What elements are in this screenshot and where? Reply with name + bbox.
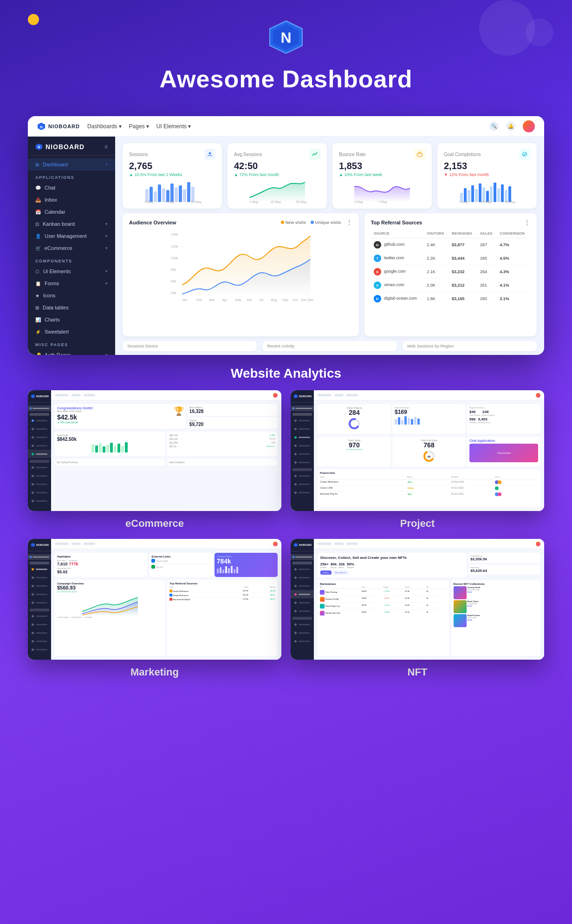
digitalocean-icon: D: [374, 295, 381, 302]
sidebar-item-chat[interactable]: 💬 Chat: [28, 182, 115, 194]
ui-elements-chevron: ▾: [105, 269, 108, 274]
col-revenues: REVENUES: [449, 229, 477, 238]
sidebar-item-datatables[interactable]: ⊞ Data tables: [28, 301, 115, 314]
ecommerce-mini-logo: NIOBOARD: [28, 390, 51, 403]
preview-label-nft: NFT: [408, 666, 428, 678]
mkt-campaign-val: $560.93: [57, 585, 163, 590]
search-icon[interactable]: 🔍: [489, 122, 499, 131]
sidebar-item-forms[interactable]: 📋 Forms ▾: [28, 277, 115, 289]
svg-rect-10: [154, 191, 157, 202]
referral-menu[interactable]: ⋮: [524, 219, 530, 226]
svg-text:65: 65: [428, 455, 431, 458]
svg-text:30 May: 30 May: [505, 200, 515, 204]
deco-circle-small: [526, 19, 553, 46]
main-dashboard-preview: N NIOBOARD Dashboards ▾ Pages ▾ UI Eleme…: [28, 116, 544, 355]
svg-rect-41: [501, 184, 504, 202]
svg-text:Jun: Jun: [247, 298, 252, 301]
table-row: G google.com 2.1K $3,232 264 4.3%: [371, 265, 530, 279]
svg-rect-39: [494, 183, 496, 202]
svg-point-29: [523, 152, 527, 157]
sidebar-item-auth[interactable]: 🔑 Auth Pages ▾: [28, 349, 115, 355]
svg-text:Oct: Oct: [292, 298, 298, 301]
sidebar-item-icons[interactable]: ★ Icons: [28, 289, 115, 301]
nav-pages[interactable]: Pages ▾: [129, 123, 149, 130]
svg-rect-89: [411, 419, 413, 425]
svg-rect-16: [179, 185, 182, 202]
notification-icon[interactable]: 🔔: [506, 122, 515, 131]
nft-revenue-val: $2,526.56: [470, 557, 539, 561]
sidebar-item-user-management[interactable]: 👤 User Management ▾: [28, 230, 115, 242]
col-sales: SALES: [477, 229, 497, 238]
marketing-preview: NIOBOARD: [28, 539, 281, 660]
nioboard-logo-small: N: [37, 122, 46, 131]
sidebar-item-inbox[interactable]: 📥 Inbox: [28, 194, 115, 206]
nft-preview: NIOBOARD: [291, 539, 544, 660]
source-github: G github.com: [371, 238, 424, 252]
stat-label-goal: Goal Completions: [444, 149, 530, 160]
ecom-new-visitors-val: 16,328: [189, 409, 276, 414]
marketing-mini-sidebar: NIOBOARD: [28, 539, 51, 660]
svg-text:Apr: Apr: [222, 298, 228, 302]
proj-active-val: 284: [320, 409, 389, 416]
svg-rect-88: [408, 418, 410, 425]
svg-text:Dec: Dec: [308, 298, 314, 301]
sidebar-item-kanban[interactable]: ⊡ Kanban board ▾: [28, 218, 115, 230]
proj-taskdone-val: 768: [395, 442, 463, 448]
sidebar-section-components: COMPONENTS: [28, 254, 115, 265]
svg-rect-12: [162, 188, 165, 202]
proj-earnings-val: $169: [395, 409, 463, 415]
col-source: SOURCE: [371, 229, 424, 238]
svg-marker-70: [31, 394, 35, 398]
nav-dashboards[interactable]: Dashboards ▾: [87, 123, 122, 130]
svg-rect-86: [401, 420, 403, 425]
svg-rect-76: [110, 443, 113, 452]
col-conversion: CONVERSION: [497, 229, 530, 238]
sidebar: N NIOBOARD ≡ ⊞ Dashboard ▾ APPLICATIONS …: [28, 137, 115, 355]
svg-marker-95: [31, 543, 35, 547]
sidebar-collapse-btn[interactable]: ≡: [104, 144, 108, 150]
svg-rect-34: [475, 189, 478, 202]
sidebar-item-dashboard[interactable]: ⊞ Dashboard ▾: [28, 158, 115, 170]
header-section: N Awesome Dashboard: [0, 0, 572, 107]
nft-recent-label: Recent NFT Collections: [454, 583, 538, 585]
svg-text:N: N: [280, 29, 291, 46]
sidebar-item-ui-elements[interactable]: ⬡ Ui Elements ▾: [28, 265, 115, 277]
stat-label-avg: Avg.Sessions: [234, 149, 320, 160]
nav-ui-elements[interactable]: UI Elements ▾: [156, 123, 191, 130]
svg-text:1 May: 1 May: [354, 200, 364, 204]
sidebar-item-ecommerce[interactable]: 🛒 eCommerce ▾: [28, 242, 115, 254]
web-sessions-hint: Web Sessions by Region: [403, 341, 537, 351]
preview-block-marketing: NIOBOARD: [28, 539, 281, 678]
nft-collection-btn[interactable]: My Collection: [333, 570, 349, 575]
svg-rect-18: [187, 182, 190, 202]
sidebar-section-misc: MISC PAGES: [28, 338, 115, 349]
stat-card-sessions: Sessions 2,765 ▲ 10.5% From last 2 Weeks: [123, 143, 222, 209]
dashboard-chevron: ▾: [105, 162, 108, 167]
audience-chart-title: Audience Overview New visits Unique visi…: [129, 219, 352, 226]
col-visitors: VISITORS: [424, 229, 449, 238]
nft-explore-btn[interactable]: Explore: [320, 570, 332, 575]
user-avatar[interactable]: [523, 120, 535, 132]
proj-clients-val: 970: [320, 442, 389, 448]
svg-rect-72: [95, 446, 98, 452]
table-row: T twitter.com 2.2K $3,444 265 4.5%: [371, 252, 530, 265]
sidebar-item-calendar[interactable]: 📅 Calendar: [28, 206, 115, 218]
forms-chevron: ▾: [105, 281, 108, 286]
goalcompletions-stat-icon: [519, 149, 530, 160]
sessions-device-hint: Sessions Device: [123, 341, 257, 351]
table-row: D digital-ocean.com 1.8K $3,165 260 3.1%: [371, 292, 530, 306]
svg-rect-74: [103, 446, 105, 452]
source-twitter: T twitter.com: [371, 252, 424, 265]
datatables-icon: ⊞: [35, 305, 39, 310]
ecom-total-profit-val: $842.50k: [57, 437, 163, 442]
sidebar-logo: N NIOBOARD ≡: [28, 137, 115, 156]
svg-rect-79: [121, 446, 124, 452]
svg-text:15 May: 15 May: [191, 200, 202, 204]
source-google: G google.com: [371, 265, 424, 279]
audience-chart-menu[interactable]: ⋮: [346, 219, 352, 226]
inbox-icon: 📥: [35, 197, 41, 203]
sidebar-item-charts[interactable]: 📊 Charts: [28, 314, 115, 326]
svg-rect-85: [398, 417, 400, 425]
sidebar-item-sweetalert[interactable]: ⚡ Sweetalert: [28, 326, 115, 338]
svg-rect-91: [417, 419, 420, 425]
